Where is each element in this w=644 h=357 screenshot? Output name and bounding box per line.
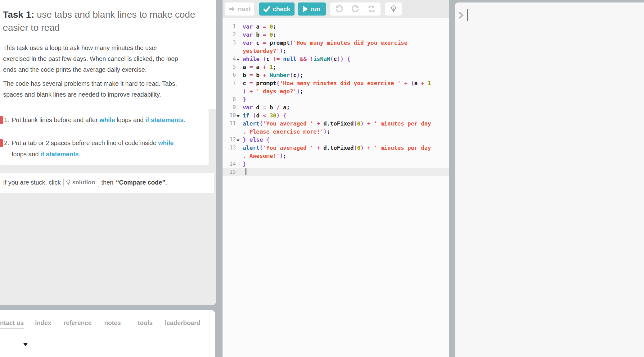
code-line-text: . Awesome!'); [240, 153, 286, 159]
line-number: 9 [223, 104, 240, 110]
footer-tab-ntact-us[interactable]: ntact us [0, 319, 24, 329]
next-button-label: next [238, 6, 250, 13]
line-number: 8 [223, 96, 240, 102]
code-token: } [243, 136, 246, 143]
solution-button[interactable]: solution [63, 178, 99, 187]
code-line-text: } else { [240, 136, 270, 143]
undo-icon[interactable] [335, 5, 343, 13]
code-token [401, 80, 404, 86]
code-line[interactable]: 5a = a + 1; [223, 63, 449, 71]
code-token: ; [283, 48, 286, 54]
code-line[interactable]: 1var a = 0; [223, 22, 449, 30]
code-line[interactable]: 15 [223, 168, 449, 176]
code-line[interactable]: . Awesome!'); [223, 152, 449, 160]
console-panel[interactable] [455, 2, 644, 357]
footer-tab-index[interactable]: index [35, 319, 51, 327]
code-token [266, 112, 270, 119]
code-line[interactable]: 10if (d < 30) { [223, 111, 449, 119]
redo-icon[interactable] [351, 5, 359, 13]
code-token [246, 136, 250, 143]
code-line[interactable]: 6b = b + Number(c); [223, 71, 449, 79]
fold-toggle-icon[interactable] [236, 59, 240, 61]
instruction-item: 2.Put a tab or 2 spaces before each line… [0, 137, 186, 160]
footer-tab-notes[interactable]: notes [104, 319, 121, 327]
code-line[interactable]: 11alert('You averaged ' + d.toFixed(0) +… [223, 119, 449, 127]
code-editor[interactable]: 1var a = 0;2var b = 0;3var c = prompt('H… [223, 18, 449, 357]
code-line[interactable]: 13alert('You averaged ' + d.toFixed(0) +… [223, 144, 449, 152]
footer-tab-tools[interactable]: tools [138, 319, 153, 327]
code-line[interactable]: 3var c = prompt('How many minutes did yo… [223, 39, 449, 47]
code-line[interactable]: 14} [223, 160, 449, 168]
line-number: 2 [223, 31, 240, 38]
code-token: b [253, 31, 263, 38]
code-line[interactable]: 4while (c != null && !isNaN(c)) { [223, 55, 449, 63]
code-token: ; [273, 64, 277, 70]
code-token: } [243, 96, 246, 103]
code-line[interactable]: 8} [223, 95, 449, 103]
code-token: + [421, 80, 424, 86]
footer-tab-leaderboard[interactable]: leaderboard [165, 319, 200, 327]
code-token [313, 144, 317, 151]
code-token [259, 56, 263, 62]
code-token: ( [276, 80, 280, 86]
refresh-icon[interactable] [367, 5, 376, 13]
line-number: 15 [223, 169, 240, 175]
code-line[interactable]: 7c = prompt('How many minutes did you ex… [223, 79, 449, 87]
line-number: 7 [223, 80, 240, 86]
history-button-group [330, 2, 381, 16]
footer-tab-reference[interactable]: reference [64, 319, 92, 327]
stuck-help-strip: If you are stuck, click solution then “C… [0, 173, 214, 193]
code-token: != [273, 56, 280, 62]
code-token: b [253, 72, 263, 78]
code-token [253, 88, 256, 94]
fold-toggle-icon[interactable] [236, 140, 240, 142]
code-line-text: } [240, 161, 246, 167]
code-token: + [367, 144, 371, 151]
code-token: a [253, 23, 263, 30]
reference-link[interactable]: while [158, 140, 173, 146]
instruction-item: 1.Put blank lines before and after while… [0, 114, 186, 126]
code-line[interactable]: . Please exercise more!'); [223, 127, 449, 135]
code-line[interactable]: 2var b = 0; [223, 30, 449, 39]
code-token: = [250, 64, 253, 70]
play-icon [303, 6, 308, 12]
code-token: . Awesome!' [243, 153, 280, 159]
console-input[interactable] [458, 9, 468, 21]
code-token: ; [273, 31, 277, 38]
check-button[interactable]: check [259, 2, 295, 16]
code-token: if [243, 112, 250, 119]
reference-link[interactable]: while [99, 117, 115, 123]
code-token: alert [243, 144, 259, 151]
code-token: c [253, 39, 263, 46]
code-token: . Please exercise more!' [243, 128, 323, 135]
code-token: while [243, 56, 259, 62]
fold-toggle-icon[interactable] [236, 115, 240, 117]
dropdown-caret-icon[interactable] [23, 343, 28, 346]
code-token: ) [360, 120, 364, 127]
code-token: ! [310, 56, 313, 62]
code-token: b [266, 104, 277, 111]
code-line-text: alert('You averaged ' + d.toFixed(0) + '… [240, 120, 431, 127]
run-button[interactable]: run [298, 2, 326, 16]
code-token: ( [253, 112, 256, 119]
code-line[interactable]: 9var d = b / a; [223, 103, 449, 111]
code-token: prompt [253, 80, 277, 86]
code-token: 'You averaged ' [263, 120, 313, 127]
instruction-text: Put a tab or 2 spaces before each line o… [12, 137, 186, 160]
next-button[interactable]: next [225, 2, 254, 16]
code-token: ( [263, 56, 266, 62]
code-token: var [243, 31, 253, 38]
task-number-label: Task 1: [3, 9, 34, 20]
code-line[interactable]: ) + ' days ago?'); [223, 87, 449, 95]
code-line[interactable]: yesterday?'); [223, 47, 449, 55]
code-line[interactable]: 12} else { [223, 135, 449, 144]
code-token: ) [276, 112, 280, 119]
reference-link[interactable]: if statements [145, 117, 183, 123]
code-lines: 1var a = 0;2var b = 0;3var c = prompt('H… [223, 22, 449, 176]
code-token: ) [323, 128, 327, 135]
code-token: ( [290, 72, 293, 78]
reference-link[interactable]: if statements [40, 151, 79, 158]
hint-button[interactable] [385, 2, 402, 16]
code-token: ( [354, 120, 357, 127]
line-number: 6 [223, 72, 240, 78]
